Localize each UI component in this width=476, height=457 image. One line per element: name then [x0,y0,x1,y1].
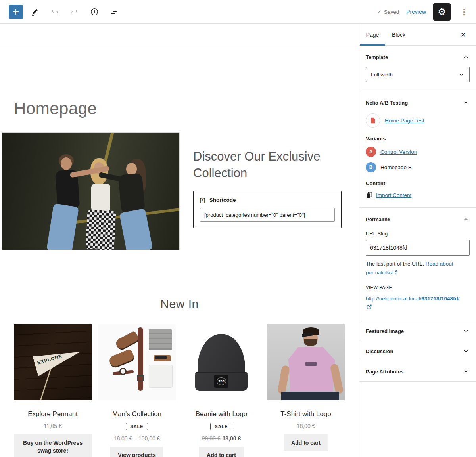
saved-label: Saved [384,9,399,15]
chevron-up-icon [463,99,470,106]
page-url-link[interactable]: http://nelioenlocal.local/631718f1048fd/ [366,294,459,312]
product-price: 18,00 € [267,423,345,429]
list-view-button[interactable] [106,4,122,20]
figure-middle-gingham-pants [85,210,116,250]
section-heading: New In [0,297,359,311]
folded-pants [149,329,172,350]
sale-badge: SALE [210,423,232,430]
product-price-sale: 20,00 €18,00 € [182,435,260,442]
document-icon [369,117,376,124]
nelio-ab-testing-panel: Nelio A/B Testing Home Page Test Variant… [359,91,476,208]
template-panel: Template Full width [359,46,476,91]
slug-help-static: The last part of the URL. [366,261,426,267]
url-slug-label: URL Slug [366,231,470,237]
template-title: Template [366,54,388,60]
featured-image-panel-toggle[interactable]: Featured image [359,321,476,341]
sale-badge: SALE [126,423,148,430]
template-select-value: Full width [371,72,393,78]
variant-a-badge: A [366,147,376,157]
url-slug-input[interactable] [366,240,470,256]
product-card-explore-pennant: EXPLORE Explore Pennant 11,05 € Buy on t… [14,324,92,457]
shortcode-block[interactable]: [/] Shortcode [193,191,342,228]
settings-button[interactable]: ⚙ [433,3,451,21]
shortcode-input[interactable] [200,208,335,222]
discussion-panel-toggle[interactable]: Discussion [359,341,476,361]
template-select[interactable]: Full width [366,67,470,82]
preview-button[interactable]: Preview [406,9,426,15]
variant-a-link[interactable]: Control Version [380,149,417,155]
import-content-row: Import Content [366,191,470,199]
figure-left-jeans [46,203,79,250]
edit-mode-button[interactable] [27,4,43,20]
product-image-tshirt[interactable] [267,324,345,400]
template-panel-toggle[interactable]: Template [366,54,470,61]
add-to-cart-button[interactable]: Add to cart [284,434,328,451]
page-url-prefix: http://nelioenlocal.local/ [366,296,421,302]
figure-right-top [118,173,145,214]
import-content-link[interactable]: Import Content [376,192,411,198]
slug-help-text: The last part of the URL. Read about per… [366,260,470,277]
list-view-icon [109,7,119,17]
product-card-beanie: 705 Beanie with Logo SALE 20,00 €18,00 €… [182,324,260,457]
white-tshirt [149,365,173,388]
chevron-down-icon [463,327,470,335]
block-inserter-button[interactable] [9,5,23,19]
plus-icon [12,8,20,16]
redo-icon [70,7,79,17]
tshirt-logo [305,362,317,366]
figure-left-face [61,157,72,170]
beanie-label: 705 [214,375,228,388]
chevron-up-icon [463,216,470,223]
figure-middle-top [91,184,110,212]
permalink-title: Permalink [366,216,390,222]
tab-block[interactable]: Block [386,24,412,46]
add-to-cart-button[interactable]: Add to cart [199,447,244,457]
redo-button[interactable] [67,4,83,20]
chevron-down-icon [463,348,470,355]
nelio-panel-toggle[interactable]: Nelio A/B Testing [366,99,470,106]
product-title[interactable]: T-Shirt with Logo [267,410,345,418]
shortcode-icon: [/] [200,197,205,203]
content-label: Content [366,180,470,186]
close-sidebar-button[interactable]: ✕ [455,24,472,46]
experiment-link[interactable]: Home Page Test [385,118,424,124]
options-menu-button[interactable]: ⋮ [458,7,470,17]
chevron-down-icon [463,368,470,375]
undo-button[interactable] [47,4,63,20]
product-image-explore-pennant[interactable]: EXPLORE [14,324,92,400]
post-title-input[interactable]: Homepage [14,99,97,118]
hero-image[interactable] [2,133,179,250]
product-image-mans-collection[interactable] [98,324,176,400]
permalink-panel-toggle[interactable]: Permalink [366,216,470,223]
variant-b-badge: B [366,162,376,172]
belt [138,327,143,391]
wordpress-editor: ✓ Saved Preview ⚙ ⋮ Homepage [0,0,476,457]
page-attributes-panel-toggle[interactable]: Page Attributes [359,361,476,382]
chevron-up-icon [463,54,470,61]
watch-face [119,368,127,375]
external-link-icon [392,269,397,277]
man-beard [304,339,317,346]
variant-b-name: Homepage B [380,164,412,170]
undo-icon [50,7,60,17]
shortcode-label: Shortcode [209,197,236,203]
tab-page[interactable]: Page [359,24,386,46]
view-page-label: VIEW PAGE [366,285,470,290]
product-title[interactable]: Man's Collection [98,410,176,418]
product-card-mans-collection: Man's Collection SALE 18,00 € – 100,00 €… [98,324,176,457]
man-jeans [281,392,339,400]
page-attributes-title: Page Attributes [366,369,404,375]
belt-buckle [137,375,144,381]
chevron-down-icon [458,71,464,78]
product-title[interactable]: Beanie with Logo [182,410,260,418]
buy-button[interactable]: Buy on the WordPress swag store! [14,434,92,457]
check-icon: ✓ [377,9,382,15]
product-image-beanie[interactable]: 705 [182,324,260,400]
new-price: 18,00 € [223,435,241,442]
product-title[interactable]: Explore Pennant [14,410,92,418]
details-button[interactable] [86,4,102,20]
hero-heading[interactable]: Discover Our Exclusive Collection [193,148,324,181]
copy-icon [366,191,373,199]
view-products-button[interactable]: View products [110,447,163,457]
product-price-range: 18,00 € – 100,00 € [98,435,176,442]
